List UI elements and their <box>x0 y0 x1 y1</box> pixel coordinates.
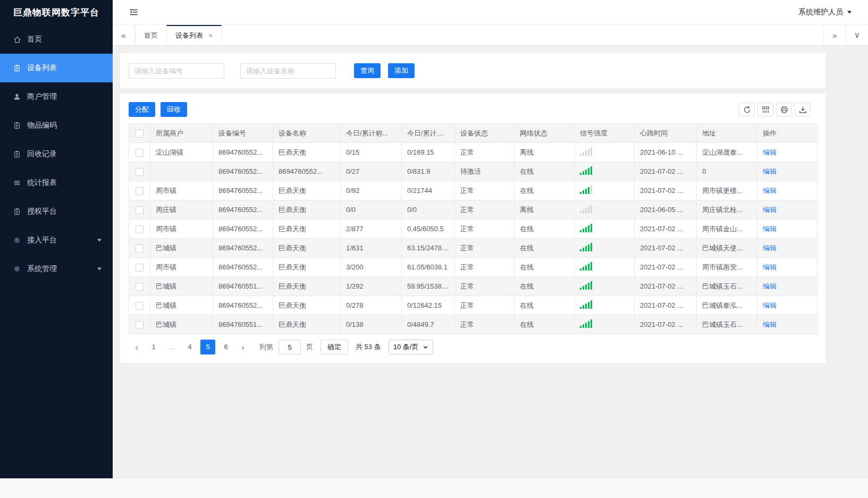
cell-actions: 编辑 <box>757 239 818 258</box>
edit-link[interactable]: 编辑 <box>763 244 777 252</box>
export-button[interactable] <box>795 103 811 116</box>
cell-address: 周市镇金山... <box>697 220 757 239</box>
page-button-5[interactable]: 5 <box>200 340 215 354</box>
sidebar-item-access-platform[interactable]: 接入平台 <box>0 226 113 255</box>
edit-link[interactable]: 编辑 <box>763 301 777 309</box>
cell-heartbeat: 2021-07-02 ... <box>635 296 697 315</box>
sidebar-item-device-list[interactable]: 设备列表 <box>0 54 113 82</box>
sidebar-item-merchant-mgmt[interactable]: 商户管理 <box>0 82 113 111</box>
device-name-input[interactable] <box>240 63 336 79</box>
row-checkbox[interactable] <box>136 225 144 233</box>
add-button[interactable]: 添加 <box>388 63 415 78</box>
sidebar-item-item-code[interactable]: 物品编码 <box>0 111 113 140</box>
edit-link[interactable]: 编辑 <box>763 263 777 271</box>
row-checkbox[interactable] <box>136 283 144 291</box>
chevron-down-icon <box>97 267 102 271</box>
cell-network-status: 在线 <box>515 258 575 277</box>
page-button-6[interactable]: 6 <box>218 340 233 354</box>
print-button[interactable] <box>776 103 792 116</box>
cell-signal <box>575 296 635 315</box>
edit-link[interactable]: 编辑 <box>763 167 777 175</box>
table-header-row: 所属商户设备编号设备名称今日/累计称...今日/累计重...设备状态网络状态信号… <box>129 124 818 143</box>
signal-strength-icon <box>580 224 592 232</box>
column-header: 网络状态 <box>515 124 575 143</box>
collapse-menu-icon[interactable] <box>129 8 139 16</box>
signal-strength-icon <box>580 166 592 175</box>
edit-link[interactable]: 编辑 <box>763 148 777 156</box>
sidebar-item-system-mgmt[interactable]: 系统管理 <box>0 255 113 283</box>
user-menu[interactable]: 系统维护人员 <box>798 7 852 17</box>
sidebar-item-stats-report[interactable]: 统计报表 <box>0 168 113 197</box>
cell-device-no: 8694760552... <box>213 220 273 239</box>
edit-link[interactable]: 编辑 <box>763 206 777 214</box>
edit-link[interactable]: 编辑 <box>763 320 777 328</box>
page-size-select[interactable]: 10 条/页 <box>389 340 434 354</box>
cell-device-no: 8694760551... <box>213 315 273 334</box>
tab-device-list[interactable]: 设备列表 × <box>166 25 222 45</box>
cell-device-name: 巨鼎天衡 <box>273 315 341 334</box>
row-checkbox[interactable] <box>136 321 144 329</box>
query-button[interactable]: 查询 <box>354 63 381 78</box>
row-checkbox[interactable] <box>136 187 144 195</box>
signal-strength-icon <box>580 300 592 309</box>
next-page-icon[interactable]: › <box>235 340 251 354</box>
close-icon[interactable]: × <box>208 32 213 39</box>
bottom-strip <box>0 478 868 498</box>
cell-heartbeat: 2021-07-02 ... <box>635 258 697 277</box>
sidebar-item-recycle-record[interactable]: 回收记录 <box>0 140 113 168</box>
row-checkbox[interactable] <box>136 149 144 157</box>
sidebar-item-auth-platform[interactable]: 授权平台 <box>0 197 113 226</box>
sidebar-menu: 首页 设备列表 商户管理 物品编码 回收记录 统计报表 <box>0 25 113 283</box>
cell-merchant: 巴城镇 <box>150 277 213 296</box>
row-checkbox[interactable] <box>136 302 144 310</box>
cell-merchant: 巴城镇 <box>150 239 213 258</box>
cell-today-weight: 61.05/6038.1 <box>402 258 455 277</box>
recycle-button[interactable]: 回收 <box>161 102 187 117</box>
page-button-4[interactable]: 4 <box>182 340 197 354</box>
edit-link[interactable]: 编辑 <box>763 187 777 195</box>
tabs-menu-icon[interactable]: ∨ <box>846 25 868 45</box>
prev-page-icon[interactable]: ‹ <box>129 340 145 354</box>
tabs-scroll-right-icon[interactable]: » <box>823 25 846 45</box>
assign-button[interactable]: 分配 <box>129 102 155 117</box>
tabs-scroll-left-icon[interactable]: « <box>113 25 135 45</box>
cell-actions: 编辑 <box>757 296 818 315</box>
signal-strength-icon <box>580 281 592 290</box>
table-row: 淀山湖镇 8694760552... 巨鼎天衡 0/15 0/169.15 正常… <box>129 143 818 162</box>
confirm-button[interactable]: 确定 <box>321 340 348 354</box>
column-header: 设备名称 <box>273 124 341 143</box>
cell-signal <box>575 200 635 220</box>
edit-link[interactable]: 编辑 <box>763 225 777 233</box>
page-button-1[interactable]: 1 <box>146 340 161 354</box>
cell-network-status: 离线 <box>515 200 575 220</box>
cell-today-count: 0/92 <box>341 181 402 200</box>
edit-link[interactable]: 编辑 <box>763 282 777 290</box>
cell-today-count: 0/278 <box>341 296 402 315</box>
cell-address: 周市镇更楼... <box>697 181 757 200</box>
device-no-input[interactable] <box>129 63 224 79</box>
columns-icon <box>762 106 770 114</box>
columns-button[interactable] <box>757 103 773 116</box>
sidebar-item-home[interactable]: 首页 <box>0 25 113 54</box>
cell-signal <box>575 162 635 181</box>
cell-signal <box>575 143 635 162</box>
cell-device-status: 待激活 <box>455 162 515 181</box>
tab-label: 首页 <box>144 31 158 40</box>
cell-device-name: 8694760552... <box>273 162 341 181</box>
goto-page-input[interactable] <box>279 340 301 354</box>
row-checkbox[interactable] <box>136 264 144 272</box>
sidebar: 巨鼎物联网数字平台 首页 设备列表 商户管理 物品编码 回收记录 统计 <box>0 0 113 478</box>
row-checkbox[interactable] <box>136 206 144 214</box>
refresh-button[interactable] <box>739 103 755 116</box>
cell-today-count: 0/27 <box>341 162 402 181</box>
cell-heartbeat: 2021-07-02 ... <box>635 239 697 258</box>
tab-home[interactable]: 首页 <box>135 25 167 45</box>
signal-strength-icon <box>580 147 592 156</box>
select-all-checkbox[interactable] <box>136 130 144 138</box>
cell-signal <box>575 239 635 258</box>
row-checkbox[interactable] <box>136 244 144 252</box>
cell-device-no: 8694760552... <box>213 143 273 162</box>
cell-actions: 编辑 <box>757 315 818 334</box>
column-header: 设备状态 <box>455 124 515 143</box>
row-checkbox[interactable] <box>136 168 144 176</box>
